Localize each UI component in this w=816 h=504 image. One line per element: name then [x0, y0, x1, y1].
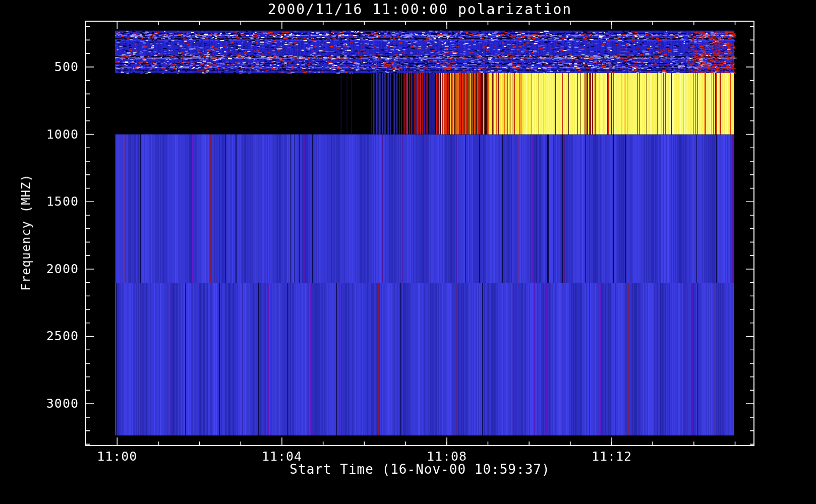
- y-axis-label: Frequency (MHZ): [19, 174, 33, 291]
- x-tick-label: 11:04: [262, 449, 302, 464]
- y-tick-label: 2000: [46, 262, 79, 276]
- x-tick-label: 11:00: [97, 449, 137, 464]
- chart-title: 2000/11/16 11:00:00 polarization: [86, 1, 754, 18]
- spectrogram-plot: 2000/11/16 11:00:00 polarization Start T…: [0, 0, 816, 504]
- y-tick-label: 1000: [46, 127, 79, 142]
- y-tick-label: 3000: [46, 396, 79, 411]
- x-tick-label: 11:12: [592, 449, 632, 464]
- spectrogram-canvas: [0, 0, 816, 504]
- y-tick-label: 1500: [46, 194, 79, 209]
- y-tick-label: 2500: [46, 329, 79, 343]
- y-tick-label: 500: [54, 59, 79, 74]
- x-tick-label: 11:08: [427, 449, 467, 464]
- x-axis-label: Start Time (16-Nov-00 10:59:37): [86, 462, 754, 477]
